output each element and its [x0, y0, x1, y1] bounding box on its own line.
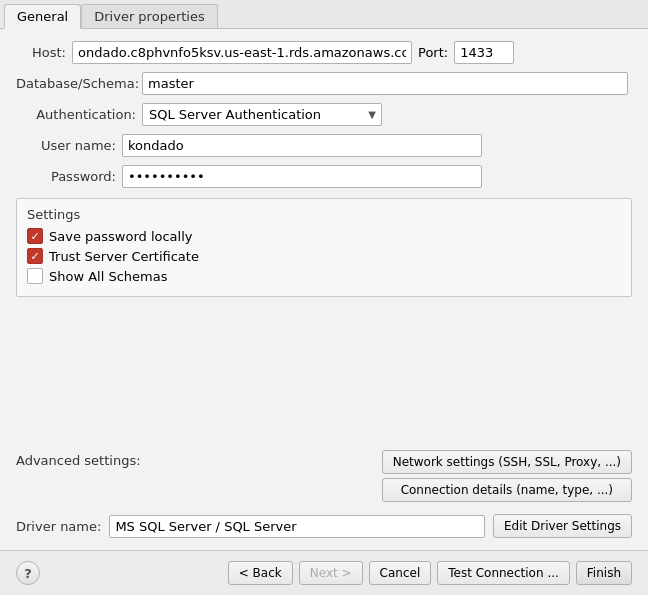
username-label: User name: — [16, 138, 116, 153]
checkbox-save-password[interactable] — [27, 228, 43, 244]
help-button[interactable]: ? — [16, 561, 40, 585]
username-row: User name: — [16, 134, 632, 157]
help-icon: ? — [24, 566, 32, 581]
checkbox-save-password-row: Save password locally — [27, 228, 621, 244]
advanced-buttons: Network settings (SSH, SSL, Proxy, ...) … — [382, 450, 632, 502]
checkbox-trust-cert-row: Trust Server Certificate — [27, 248, 621, 264]
edit-driver-settings-button[interactable]: Edit Driver Settings — [493, 514, 632, 538]
button-bar: ? < Back Next > Cancel Test Connection .… — [0, 550, 648, 595]
connection-details-button[interactable]: Connection details (name, type, ...) — [382, 478, 632, 502]
host-label: Host: — [16, 45, 66, 60]
checkbox-trust-cert-label: Trust Server Certificate — [49, 249, 199, 264]
network-settings-label: Network settings (SSH, SSL, Proxy, ...) — [393, 455, 621, 469]
main-content: Host: Port: Database/Schema: Authenticat… — [0, 29, 648, 550]
auth-select-wrapper: SQL Server Authentication Windows Authen… — [142, 103, 382, 126]
window: General Driver properties Host: Port: Da… — [0, 0, 648, 595]
auth-select[interactable]: SQL Server Authentication Windows Authen… — [142, 103, 382, 126]
advanced-row: Advanced settings: Network settings (SSH… — [16, 450, 632, 502]
driver-row: Driver name: Edit Driver Settings — [16, 514, 632, 538]
test-connection-label: Test Connection ... — [448, 566, 559, 580]
database-label: Database/Schema: — [16, 76, 136, 91]
auth-row: Authentication: SQL Server Authenticatio… — [16, 103, 632, 126]
spacer — [16, 305, 632, 434]
checkbox-show-schemas[interactable] — [27, 268, 43, 284]
advanced-label: Advanced settings: — [16, 450, 141, 468]
finish-button[interactable]: Finish — [576, 561, 632, 585]
tab-general-label: General — [17, 9, 68, 24]
checkbox-show-schemas-row: Show All Schemas — [27, 268, 621, 284]
tab-general[interactable]: General — [4, 4, 81, 29]
network-settings-button[interactable]: Network settings (SSH, SSL, Proxy, ...) — [382, 450, 632, 474]
finish-label: Finish — [587, 566, 621, 580]
back-label: < Back — [239, 566, 282, 580]
tab-driver-properties[interactable]: Driver properties — [81, 4, 217, 28]
connection-details-label: Connection details (name, type, ...) — [401, 483, 613, 497]
cancel-button[interactable]: Cancel — [369, 561, 432, 585]
checkbox-show-schemas-label: Show All Schemas — [49, 269, 168, 284]
cancel-label: Cancel — [380, 566, 421, 580]
checkbox-save-password-label: Save password locally — [49, 229, 193, 244]
settings-group: Settings Save password locally Trust Ser… — [16, 198, 632, 297]
driver-name-input[interactable] — [109, 515, 485, 538]
back-button[interactable]: < Back — [228, 561, 293, 585]
next-button[interactable]: Next > — [299, 561, 363, 585]
edit-driver-settings-label: Edit Driver Settings — [504, 519, 621, 533]
driver-name-label: Driver name: — [16, 519, 101, 534]
next-label: Next > — [310, 566, 352, 580]
password-label: Password: — [16, 169, 116, 184]
username-input[interactable] — [122, 134, 482, 157]
port-label: Port: — [418, 45, 448, 60]
host-row: Host: Port: — [16, 41, 632, 64]
checkbox-trust-cert[interactable] — [27, 248, 43, 264]
database-input[interactable] — [142, 72, 628, 95]
password-input[interactable] — [122, 165, 482, 188]
tab-driver-properties-label: Driver properties — [94, 9, 204, 24]
database-row: Database/Schema: — [16, 72, 632, 95]
settings-title: Settings — [27, 207, 621, 222]
port-input[interactable] — [454, 41, 514, 64]
password-row: Password: — [16, 165, 632, 188]
host-input[interactable] — [72, 41, 412, 64]
tab-bar: General Driver properties — [0, 0, 648, 29]
auth-label: Authentication: — [16, 107, 136, 122]
test-connection-button[interactable]: Test Connection ... — [437, 561, 570, 585]
